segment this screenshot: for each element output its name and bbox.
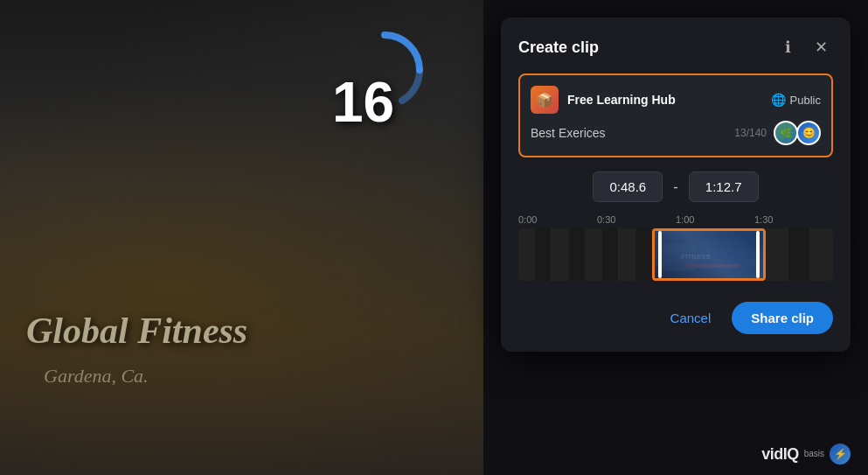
timeline-segment-active[interactable]: FITNESS 24.1 seconds <box>652 228 766 281</box>
visibility-badge: 🌐 Public <box>771 93 821 107</box>
timeline-label-1: 0:30 <box>597 214 676 225</box>
channel-name: Free Learning Hub <box>567 93 676 107</box>
vidiq-watermark: vidIQ basis ⚡ <box>761 444 851 465</box>
svg-rect-5 <box>687 264 740 268</box>
cancel-button[interactable]: Cancel <box>660 304 722 332</box>
modal-header: Create clip ℹ ✕ <box>518 35 833 59</box>
timeline-labels: 0:00 0:30 1:00 1:30 <box>518 214 833 225</box>
channel-card: 📦 Free Learning Hub 🌐 Public 13/140 🌿 😊 <box>518 73 833 157</box>
svg-rect-0 <box>655 231 763 278</box>
modal-header-icons: ℹ ✕ <box>775 35 833 59</box>
gym-location-text: Gardena, Ca. <box>44 365 149 388</box>
timeline-segment-right1 <box>766 228 833 281</box>
time-end[interactable]: 1:12.7 <box>689 171 759 202</box>
blue-arc-decoration <box>341 26 428 114</box>
clip-handle-right[interactable] <box>756 231 760 278</box>
vidiq-text: vidIQ <box>761 445 799 464</box>
channel-info: 📦 Free Learning Hub <box>531 86 676 114</box>
avatar-row: 🌿 😊 <box>774 121 821 145</box>
globe-icon: 🌐 <box>771 93 786 107</box>
share-clip-button[interactable]: Share clip <box>732 302 833 334</box>
create-clip-modal: Create clip ℹ ✕ 📦 Free Learning Hub 🌐 Pu… <box>501 17 851 352</box>
channel-row: 📦 Free Learning Hub 🌐 Public <box>531 86 821 114</box>
avatar-blue: 😊 <box>796 121 821 145</box>
char-count: 13/140 <box>734 127 767 139</box>
timeline-segment-left2 <box>586 228 653 281</box>
close-button[interactable]: ✕ <box>809 35 833 59</box>
time-start[interactable]: 0:48.6 <box>593 171 663 202</box>
clip-title-input[interactable] <box>531 126 734 140</box>
visibility-label: Public <box>790 94 821 107</box>
avatar-green: 🌿 <box>774 121 798 145</box>
close-icon: ✕ <box>815 38 828 57</box>
clip-title-row: 13/140 🌿 😊 <box>531 121 821 145</box>
timeline-label-0: 0:00 <box>518 214 597 225</box>
svg-text:FITNESS: FITNESS <box>681 253 711 261</box>
timeline-label-2: 1:00 <box>676 214 754 225</box>
clip-handle-left[interactable] <box>658 231 662 278</box>
svg-rect-3 <box>700 240 744 270</box>
info-button[interactable]: ℹ <box>775 35 800 59</box>
svg-rect-1 <box>655 248 763 266</box>
modal-actions: Cancel Share clip <box>518 302 833 334</box>
vidiq-icon: ⚡ <box>830 444 851 465</box>
channel-icon: 📦 <box>531 86 559 114</box>
modal-title: Create clip <box>518 38 599 57</box>
gym-name-text: Global Fitness <box>26 309 247 353</box>
timeline-track[interactable]: FITNESS 24.1 seconds <box>518 228 833 281</box>
time-range: 0:48.6 - 1:12.7 <box>518 171 833 202</box>
timeline-segment-left1 <box>518 228 586 281</box>
svg-rect-2 <box>661 244 696 270</box>
vidiq-sub: basis <box>804 450 824 458</box>
info-icon: ℹ <box>785 38 791 57</box>
time-dash: - <box>673 179 677 195</box>
clip-thumbnail: FITNESS <box>655 231 763 278</box>
timeline-section: 0:00 0:30 1:00 1:30 <box>518 214 833 281</box>
timeline-label-3: 1:30 <box>754 214 833 225</box>
